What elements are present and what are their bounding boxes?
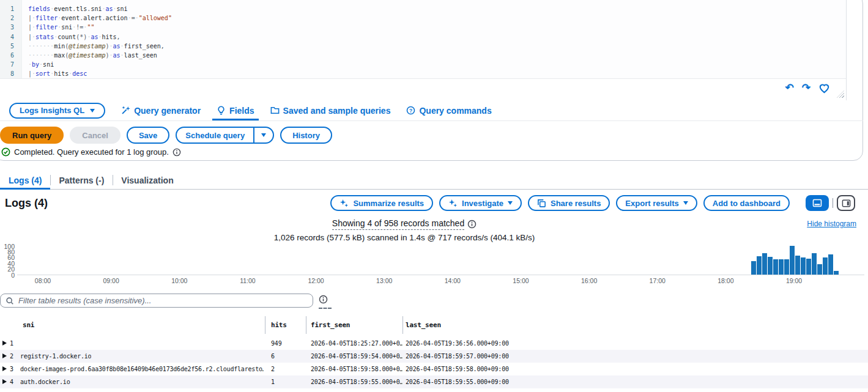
toolbar-item-label: Fields (229, 106, 254, 116)
summarize-results-button[interactable]: Summarize results (330, 195, 433, 211)
table-row[interactable]: 4auth.docker.io12026-04-05T18:59:55.000+… (0, 375, 868, 388)
column-divider[interactable] (306, 316, 306, 334)
expand-row-icon[interactable] (2, 341, 7, 346)
line-number: 8 (0, 69, 14, 78)
split-view-side-toggle[interactable] (837, 195, 855, 211)
sparkle-icon (339, 199, 349, 208)
line-number: 5 (0, 42, 14, 51)
histogram-bar (817, 264, 822, 275)
row-number: 2 (10, 353, 13, 360)
hide-histogram-link[interactable]: Hide histogram (807, 220, 856, 228)
cell-first-seen: 2026-04-05T18:25:27.000+0… (311, 340, 402, 347)
x-axis-tick-label: 09:00 (98, 277, 125, 284)
table-row[interactable]: 3docker-images-prod.6aa30f8b08e16409b46e… (0, 363, 868, 375)
lightbulb-icon (217, 106, 226, 115)
cell-hits: 949 (271, 340, 281, 347)
toolbar-item-saved-and-sample-queries[interactable]: Saved and sample queries (270, 100, 391, 120)
cell-last-seen: 2026-04-05T18:59:58.000+09:00 (406, 366, 509, 372)
line-number-gutter: 12345678 (0, 0, 22, 79)
tab-visualization[interactable]: Visualization (113, 171, 182, 189)
layout-bottom-icon (812, 198, 822, 208)
toolbar-item-label: Query generator (134, 106, 201, 116)
line-number: 4 (0, 32, 14, 42)
chevron-down-icon (683, 201, 688, 205)
table-row[interactable]: 2registry-1.docker.io62026-04-05T18:59:5… (0, 350, 868, 363)
save-button[interactable]: Save (127, 127, 169, 144)
table-filter-row: Filter table results (case insensitive).… (0, 294, 343, 309)
wand-sparkle-icon (121, 106, 130, 115)
x-axis-tick-label: 10:00 (166, 277, 193, 284)
histogram-bar (790, 246, 795, 275)
cancel-button[interactable]: Cancel (70, 127, 121, 144)
histogram-bar (779, 259, 784, 275)
toggle-divider (833, 198, 833, 208)
filter-info-icon[interactable] (319, 295, 332, 309)
results-histogram: 10080604020008:0009:0010:0011:0012:0013:… (0, 240, 868, 286)
add-to-dashboard-button[interactable]: Add to dashboard (703, 195, 790, 211)
language-selector-dropdown[interactable]: Logs Insights QL (9, 103, 105, 119)
share-results-button[interactable]: Share results (528, 195, 610, 211)
status-message: Completed. Query executed for 1 log grou… (14, 147, 169, 157)
x-axis-tick-label: 11:00 (234, 277, 261, 284)
x-axis-tick-label: 08:00 (29, 277, 56, 284)
editor-resize-handle[interactable] (837, 91, 844, 98)
split-view-bottom-toggle[interactable] (806, 195, 829, 211)
x-axis-tick-label: 19:00 (781, 277, 807, 284)
table-header: snihitsfirst_seenlast_seen (0, 313, 868, 337)
query-code-lines: fields·event.tls.sni·as·sni|·filter·even… (28, 4, 172, 79)
redo-icon[interactable]: ↷ (802, 81, 811, 95)
export-results-button[interactable]: Export results (616, 195, 697, 211)
expand-row-icon[interactable] (2, 379, 7, 384)
expand-row-icon[interactable] (2, 366, 7, 371)
line-number: 7 (0, 60, 14, 69)
filter-placeholder: Filter table results (case insensitive).… (18, 296, 151, 305)
tab-patterns[interactable]: Patterns (-) (50, 171, 113, 189)
line-number: 6 (0, 51, 14, 60)
svg-text:?: ? (409, 108, 412, 114)
column-divider[interactable] (402, 316, 403, 334)
expand-row-icon[interactable] (2, 353, 7, 358)
line-number: 1 (0, 4, 14, 13)
records-matched-text: Showing 4 of 958 records matched (332, 218, 464, 230)
investigate-button[interactable]: Investigate (439, 195, 522, 211)
histogram-bars (751, 240, 839, 275)
toolbar-item-fields[interactable]: Fields (217, 100, 254, 120)
undo-icon[interactable]: ↶ (785, 81, 794, 95)
x-axis-tick-label: 12:00 (303, 277, 330, 284)
x-axis-tick-label: 18:00 (712, 277, 739, 284)
folder-icon (270, 106, 280, 115)
code-line: ·······max(@timestamp)·as·last_seen (28, 51, 172, 60)
query-status: Completed. Query executed for 1 log grou… (1, 147, 181, 157)
toolbar-item-query-generator[interactable]: Query generator (121, 100, 201, 120)
button-label: Export results (625, 199, 678, 208)
column-header-first-seen: first_seen (311, 321, 350, 329)
info-icon[interactable] (172, 148, 181, 157)
column-divider[interactable] (265, 316, 265, 334)
table-row[interactable]: 19492026-04-05T18:25:27.000+0…2026-04-05… (0, 337, 868, 350)
button-label: Add to dashboard (713, 199, 781, 208)
check-circle-icon (1, 147, 10, 157)
x-axis-tick-label: 16:00 (576, 277, 603, 284)
x-axis-tick-label: 15:00 (507, 277, 534, 284)
chevron-down-icon (261, 133, 266, 137)
favorite-heart-icon[interactable] (818, 83, 830, 94)
button-label: Investigate (462, 199, 503, 208)
tab-logs[interactable]: Logs (4) (0, 171, 50, 189)
history-button[interactable]: History (280, 127, 332, 144)
x-axis-tick-label: 14:00 (439, 277, 466, 284)
histogram-bar (784, 259, 789, 275)
query-toolbar: Logs Insights QL Query generatorFieldsSa… (0, 100, 863, 121)
filter-table-input[interactable]: Filter table results (case insensitive).… (0, 294, 313, 308)
schedule-query-caret[interactable] (253, 128, 273, 142)
help-circle-icon: ? (406, 106, 415, 115)
cell-sni: docker-images-prod.6aa30f8b08e16409b46e0… (20, 366, 264, 372)
info-icon[interactable] (467, 220, 477, 229)
code-line: ·······min(@timestamp)·as·first_seen, (28, 42, 172, 51)
histogram-bar (757, 256, 762, 275)
query-editor: 12345678 fields·event.tls.sni·as·sni|·fi… (0, 0, 847, 100)
query-code-area[interactable]: 12345678 fields·event.tls.sni·as·sni|·fi… (0, 0, 846, 79)
search-icon (6, 297, 14, 305)
toolbar-item-query-commands[interactable]: ?Query commands (406, 100, 491, 120)
run-query-button[interactable]: Run query (0, 127, 64, 144)
schedule-query-button[interactable]: Schedule query (176, 127, 274, 144)
